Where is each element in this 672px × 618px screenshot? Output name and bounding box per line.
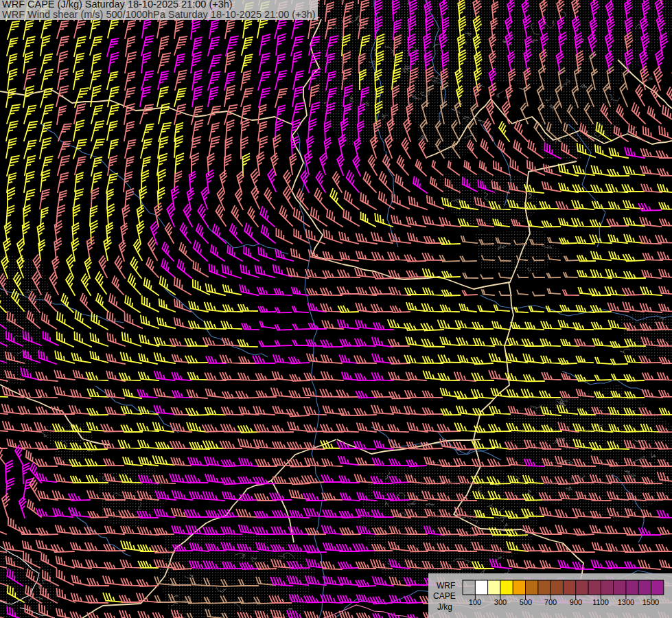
svg-text:J/kg: J/kg — [437, 602, 452, 612]
svg-text:WRF Wind shear (m/s) 500/1000h: WRF Wind shear (m/s) 500/1000hPa Saturda… — [2, 9, 316, 20]
svg-text:WRF: WRF — [437, 581, 455, 591]
svg-text:1500: 1500 — [642, 598, 659, 606]
svg-text:700: 700 — [544, 598, 557, 606]
svg-text:1100: 1100 — [592, 598, 609, 606]
svg-text:900: 900 — [570, 598, 582, 606]
svg-text:1300: 1300 — [618, 598, 634, 606]
svg-text:CAPE: CAPE — [433, 591, 456, 601]
svg-text:300: 300 — [494, 598, 507, 606]
svg-text:500: 500 — [520, 598, 532, 606]
svg-text:100: 100 — [469, 598, 481, 606]
